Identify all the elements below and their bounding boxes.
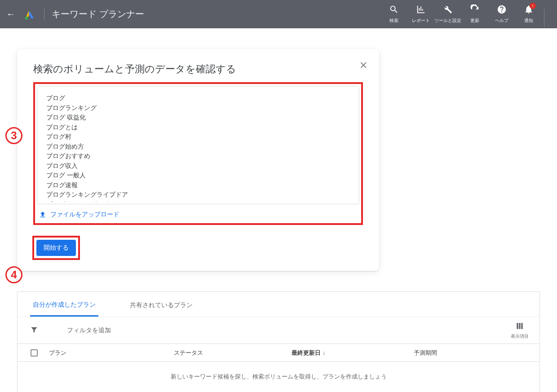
notification-badge: ! xyxy=(530,3,536,9)
annotation-highlight-4: 開始する xyxy=(32,236,80,260)
filter-row: フィルタを追加 表示項目 xyxy=(18,317,539,344)
upload-icon xyxy=(39,211,47,219)
col-plan[interactable]: プラン xyxy=(44,349,174,357)
bar-chart-icon xyxy=(416,4,426,16)
wrench-icon xyxy=(443,4,453,16)
upload-label: ファイルをアップロード xyxy=(50,211,119,219)
plans-section: 自分が作成したプラン 共有されているプラン フィルタを追加 表示項目 プラン ス… xyxy=(17,291,540,392)
tools-settings-label: ツールと設定 xyxy=(434,18,461,23)
columns-label: 表示項目 xyxy=(511,333,529,339)
upload-file-link[interactable]: ファイルをアップロード xyxy=(37,204,359,220)
col-updated[interactable]: 最終更新日 ↓ xyxy=(292,349,414,357)
google-ads-logo[interactable] xyxy=(23,8,36,21)
select-all-checkbox[interactable] xyxy=(25,349,44,357)
page-title: キーワード プランナー xyxy=(52,8,144,20)
columns-tool[interactable]: 表示項目 xyxy=(511,322,529,339)
reports-tool[interactable]: レポート xyxy=(407,4,434,23)
help-tool[interactable]: ヘルプ xyxy=(488,4,515,23)
annotation-badge-3: 3 xyxy=(5,127,22,144)
col-status[interactable]: ステータス xyxy=(174,349,292,357)
app-header: ← キーワード プランナー 検索 レポート ツールと設定 更新 ヘルプ ! 通知 xyxy=(0,0,557,28)
header-divider xyxy=(44,8,44,21)
refresh-tool[interactable]: 更新 xyxy=(461,4,488,23)
tab-my-plans[interactable]: 自分が作成したプラン xyxy=(30,301,98,317)
tools-settings-tool[interactable]: ツールと設定 xyxy=(434,4,461,23)
filter-placeholder[interactable]: フィルタを追加 xyxy=(67,326,111,335)
back-arrow-icon[interactable]: ← xyxy=(0,9,18,19)
annotation-badge-4: 4 xyxy=(5,266,22,283)
plans-table-header: プラン ステータス 最終更新日 ↓ 予測期間 xyxy=(18,344,539,362)
header-toolbar: 検索 レポート ツールと設定 更新 ヘルプ ! 通知 xyxy=(380,0,557,28)
sort-down-icon: ↓ xyxy=(323,350,325,356)
keywords-textarea-wrap xyxy=(37,86,359,204)
svg-point-0 xyxy=(25,16,28,19)
empty-state-message: 新しいキーワード候補を探し、検索ボリュームを取得し、プランを作成しましょう xyxy=(18,362,539,392)
notifications-tool[interactable]: ! 通知 xyxy=(515,4,542,23)
search-icon xyxy=(389,4,399,16)
start-button[interactable]: 開始する xyxy=(36,240,76,256)
toolbar-divider xyxy=(544,9,544,27)
main-content: 検索のボリュームと予測のデータを確認する ✕ ファイルをアップロード 開始する … xyxy=(0,49,557,392)
volume-forecast-card: 検索のボリュームと予測のデータを確認する ✕ ファイルをアップロード 開始する xyxy=(17,49,379,271)
col-period[interactable]: 予測期間 xyxy=(414,349,532,357)
reports-label: レポート xyxy=(412,18,430,23)
filter-icon[interactable] xyxy=(30,326,38,335)
search-label: 検索 xyxy=(389,18,398,23)
tab-shared-plans[interactable]: 共有されているプラン xyxy=(127,301,195,317)
annotation-highlight-3: ファイルをアップロード xyxy=(33,82,363,225)
help-icon xyxy=(497,4,507,16)
help-label: ヘルプ xyxy=(495,18,508,23)
plans-tabs: 自分が作成したプラン 共有されているプラン xyxy=(18,292,539,317)
col-updated-label: 最終更新日 xyxy=(292,349,321,357)
close-icon[interactable]: ✕ xyxy=(359,61,367,70)
notifications-label: 通知 xyxy=(524,18,533,23)
keywords-textarea[interactable] xyxy=(37,86,359,202)
search-tool[interactable]: 検索 xyxy=(380,4,407,23)
card-title: 検索のボリュームと予測のデータを確認する xyxy=(33,62,363,76)
refresh-icon xyxy=(470,4,480,16)
refresh-label: 更新 xyxy=(470,18,479,23)
